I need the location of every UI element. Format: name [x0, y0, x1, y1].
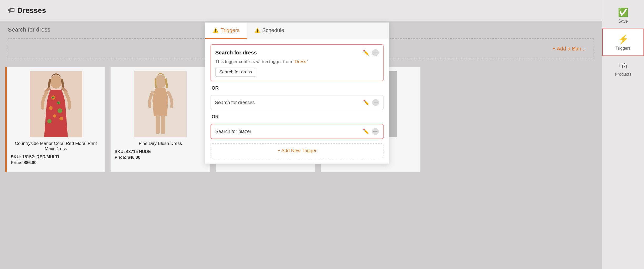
- conflict-text: This trigger conflicts with a trigger fr…: [215, 59, 379, 64]
- trigger-actions: ✏️ —: [363, 99, 379, 106]
- product-sku: SKU: 15152: RED/MULTI: [11, 155, 59, 159]
- triggers-label: Triggers: [615, 46, 631, 51]
- svg-rect-13: [156, 115, 160, 134]
- svg-rect-14: [161, 115, 165, 134]
- search-bar-text: Search for dress: [8, 26, 50, 33]
- product-price: Price: $86.00: [11, 160, 37, 165]
- normal-trigger-text: Search for dresses: [215, 100, 255, 105]
- panel-content: Search for dress ✏️ — This trigger confl…: [205, 39, 389, 164]
- tag-icon: 🏷: [8, 6, 15, 14]
- conflict-trigger-tag: Search for dress: [215, 68, 256, 77]
- trigger-actions: ✏️ —: [363, 49, 379, 56]
- product-figure: [134, 71, 187, 137]
- warning-icon-schedule: ⚠️: [254, 28, 260, 33]
- tab-schedule-label: Schedule: [262, 27, 284, 33]
- warning-icon-triggers: ⚠️: [213, 28, 218, 33]
- product-name: Countryside Manor Coral Red Floral Print…: [11, 141, 101, 151]
- trigger-edit-button[interactable]: ✏️: [363, 99, 370, 106]
- product-image: [30, 71, 82, 137]
- trigger-item-header: Search for dress ✏️ —: [215, 49, 379, 56]
- trigger-remove-button[interactable]: —: [372, 49, 379, 56]
- product-card[interactable]: Fine Day Blush Dress SKU: 43715 NUDE Pri…: [110, 67, 210, 172]
- blazer-trigger-text: Search for blazer: [215, 129, 251, 134]
- trigger-remove-button[interactable]: —: [372, 99, 379, 106]
- product-name: Fine Day Blush Dress: [139, 141, 182, 146]
- sidebar-item-products[interactable]: 🛍 Products: [602, 56, 644, 82]
- products-label: Products: [615, 72, 631, 77]
- save-button[interactable]: ✅ Save: [602, 3, 644, 29]
- or-divider-1: OR: [211, 85, 384, 91]
- trigger-actions: ✏️ —: [363, 128, 379, 135]
- products-icon: 🛍: [619, 61, 627, 70]
- svg-point-6: [53, 114, 56, 118]
- blazer-trigger-item: Search for blazer ✏️ —: [211, 124, 384, 139]
- product-card[interactable]: Countryside Manor Coral Red Floral Print…: [5, 67, 105, 172]
- save-icon: ✅: [618, 7, 628, 17]
- trigger-edit-button[interactable]: ✏️: [363, 128, 369, 135]
- page-title-text: Dresses: [17, 6, 46, 15]
- page-title: 🏷 Dresses: [8, 6, 46, 15]
- add-trigger-area[interactable]: + Add New Trigger: [211, 143, 384, 158]
- panel-tabs: ⚠️ Triggers ⚠️ Schedule: [205, 23, 389, 39]
- triggers-icon: ⚡: [618, 34, 629, 44]
- header-bar: 🏷 Dresses: [0, 0, 602, 21]
- add-trigger-button[interactable]: + Add New Trigger: [278, 148, 317, 154]
- svg-point-4: [49, 106, 53, 110]
- svg-point-8: [59, 117, 63, 120]
- tab-schedule[interactable]: ⚠️ Schedule: [247, 23, 292, 39]
- tab-triggers-label: Triggers: [221, 27, 240, 33]
- save-label: Save: [618, 19, 628, 24]
- or-divider-2: OR: [211, 114, 384, 120]
- normal-trigger-item: Search for dresses ✏️ —: [211, 95, 384, 110]
- conflict-source-link[interactable]: Dress: [295, 59, 306, 64]
- conflict-trigger-title: Search for dress: [215, 50, 257, 56]
- svg-point-5: [58, 108, 62, 113]
- sidebar-item-triggers[interactable]: ⚡ Triggers: [602, 29, 644, 56]
- product-image: [134, 71, 187, 137]
- svg-point-7: [47, 119, 52, 123]
- product-sku: SKU: 43715 NUDE: [115, 149, 151, 154]
- tab-triggers[interactable]: ⚠️ Triggers: [205, 23, 247, 39]
- trigger-edit-button[interactable]: ✏️: [363, 49, 369, 56]
- triggers-panel: ⚠️ Triggers ⚠️ Schedule Search for dress…: [205, 22, 389, 164]
- conflict-trigger-item: Search for dress ✏️ — This trigger confl…: [211, 44, 384, 81]
- product-figure: [30, 71, 82, 137]
- right-sidebar: ✅ Save ⚡ Triggers 🛍 Products: [602, 0, 644, 269]
- add-banner-button[interactable]: + Add a Ban...: [553, 46, 586, 52]
- product-price: Price: $46.00: [115, 155, 140, 160]
- trigger-remove-button[interactable]: —: [372, 128, 379, 135]
- svg-point-1: [50, 75, 62, 89]
